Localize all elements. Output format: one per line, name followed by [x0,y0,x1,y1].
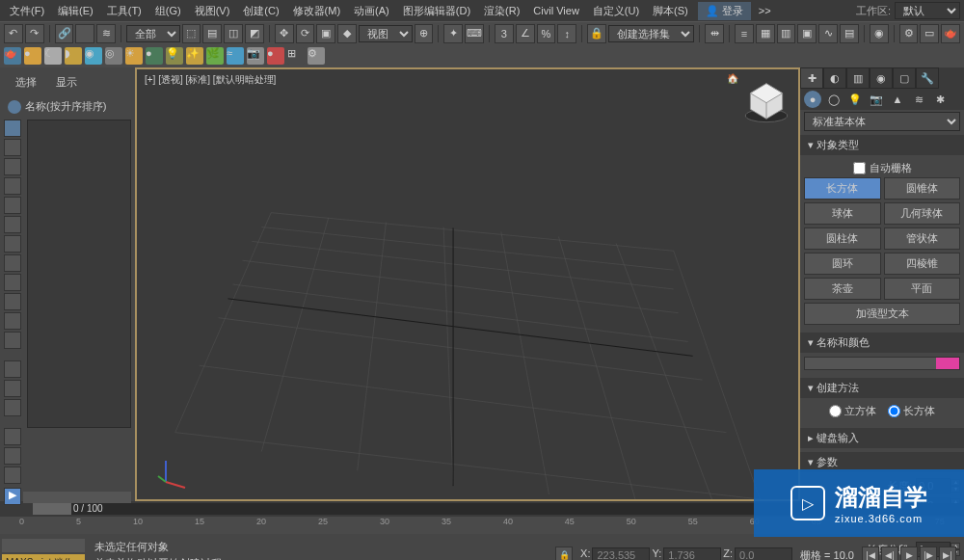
explorer-scrollbar[interactable] [23,492,131,503]
sphere3-icon[interactable]: ◎ [105,47,122,65]
login-button[interactable]: 👤 登录 [698,2,751,20]
object-color-swatch[interactable] [804,357,960,370]
creation-cube-radio[interactable]: 立方体 [829,404,876,418]
undo-button[interactable]: ↶ [4,24,23,43]
menu-views[interactable]: 视图(V) [189,2,236,20]
filter-container-button[interactable] [4,293,21,310]
shapes-subtab[interactable]: ◯ [825,91,843,108]
filter-lights-button[interactable] [4,158,21,175]
display-all-button[interactable] [4,360,21,378]
named-selection-sets[interactable]: 创建选择集 [608,25,694,42]
menu-file[interactable]: 文件(F) [4,2,50,20]
layer-button[interactable]: ▦ [756,24,775,43]
motion-tab[interactable]: ◉ [870,67,893,89]
settings-icon[interactable]: ⚙ [308,47,325,65]
mirror-button[interactable]: ⇹ [705,24,724,43]
utilities-tab[interactable]: 🔧 [916,67,939,89]
goto-end-button[interactable]: ▶| [939,547,956,560]
snap-toggle-button[interactable]: 3 [495,24,514,43]
explorer-button[interactable]: ▥ [777,24,796,43]
align-button[interactable]: ≡ [735,24,754,43]
place-button[interactable]: ◆ [337,24,357,43]
select-name-button[interactable]: ▤ [202,24,222,43]
render-frame-button[interactable]: ▭ [920,24,939,43]
display-invert-button[interactable] [4,399,21,416]
rollout-creation-header[interactable]: ▾ 创建方法 [800,378,964,398]
creation-box-radio[interactable]: 长方体 [888,404,935,418]
filter-spacewarps-button[interactable] [4,216,21,233]
keyboard-shortcut-button[interactable]: ⌨ [465,24,484,43]
scene-tree[interactable] [27,120,131,428]
menu-rendering[interactable]: 渲染(R) [478,2,525,20]
selection-lock-button[interactable]: 🔒 [587,24,606,43]
filter-helpers-button[interactable] [4,197,21,214]
unlink-button[interactable] [75,24,94,43]
workspace-dropdown[interactable]: 默认 [895,2,960,19]
timeline-thumb[interactable] [33,503,71,515]
curve-editor-button[interactable]: ∿ [818,24,838,43]
filter-shapes-button[interactable] [4,139,21,156]
create-tab[interactable]: ✚ [800,67,823,89]
menu-edit[interactable]: 编辑(E) [52,2,99,20]
light3-icon[interactable]: 🌿 [206,47,224,65]
select-region-button[interactable]: ◫ [224,24,243,43]
tab-display[interactable]: 显示 [56,75,77,90]
filter-bone-button[interactable] [4,274,21,291]
geosphere-button[interactable]: 几何球体 [884,202,961,225]
tube-button[interactable]: 管状体 [884,227,961,250]
next-frame-button[interactable]: |▶ [920,547,937,560]
sphere4-icon[interactable]: ● [146,47,163,65]
render-button[interactable]: 🫖 [941,24,960,43]
helpers-subtab[interactable]: ▲ [889,91,906,108]
manipulate-button[interactable]: ✦ [443,24,463,43]
scale-button[interactable]: ▣ [316,24,335,43]
schematic-button[interactable]: ▤ [840,24,859,43]
ref-coord-system[interactable]: 视图 [359,25,413,42]
teapot-button[interactable]: 茶壶 [804,278,881,300]
menu-civilview[interactable]: Civil View [527,3,584,18]
expand-button[interactable] [4,447,21,465]
sun-icon[interactable]: ☀ [125,47,143,65]
category-dropdown[interactable]: 标准基本体 [804,112,960,131]
filter-cameras-button[interactable] [4,177,21,195]
light4-icon[interactable]: ≈ [227,47,244,65]
filter-xrefs-button[interactable] [4,254,21,272]
pivot-button[interactable]: ⊕ [415,24,434,43]
z-field[interactable] [735,547,792,560]
cameras-subtab[interactable]: 📷 [868,91,885,108]
auto-grid-checkbox[interactable] [853,162,866,174]
percent-snap-button[interactable]: % [537,24,556,43]
textplus-button[interactable]: 加强型文本 [804,303,960,325]
hemisphere-icon[interactable]: ◗ [65,47,82,65]
filter-hidden-button[interactable] [4,332,21,349]
menu-tools[interactable]: 工具(T) [101,2,147,20]
menu-scripting[interactable]: 脚本(S) [647,2,694,20]
sphere-icon[interactable]: ● [24,47,41,65]
rotate-button[interactable]: ⟳ [296,24,315,43]
toggle-ribbon-button[interactable]: ▣ [797,24,817,43]
display-tab[interactable]: ▢ [893,67,916,89]
material-editor-button[interactable]: ◉ [870,24,889,43]
window-crossing-button[interactable]: ◩ [245,24,264,43]
move-button[interactable]: ✥ [275,24,294,43]
rollout-object-type-header[interactable]: ▾ 对象类型 [800,135,964,155]
collapse-button[interactable] [4,428,21,445]
plane-button[interactable]: 平面 [884,278,961,300]
prev-frame-button[interactable]: ◀| [881,547,898,560]
rollout-name-color-header[interactable]: ▾ 名称和颜色 [800,333,964,353]
moon-icon[interactable]: ☾ [44,47,62,65]
render-setup-button[interactable]: ⚙ [899,24,919,43]
spacewarps-subtab[interactable]: ≋ [910,91,927,108]
goto-start-button[interactable]: |◀ [862,547,879,560]
box-button[interactable]: 长方体 [804,177,881,200]
display-none-button[interactable] [4,380,21,397]
rollout-keyboard-header[interactable]: ▸ 键盘输入 [800,428,964,448]
menu-create[interactable]: 创建(C) [237,2,284,20]
filter-groups-button[interactable] [4,235,21,253]
explorer-prev-button[interactable]: ▶ [4,488,21,505]
pyramid-button[interactable]: 四棱锥 [884,253,961,275]
sphere2-icon[interactable]: ◉ [85,47,102,65]
menu-group[interactable]: 组(G) [149,2,187,20]
modify-tab[interactable]: ◐ [823,67,846,89]
filter-frozen-button[interactable] [4,312,21,330]
